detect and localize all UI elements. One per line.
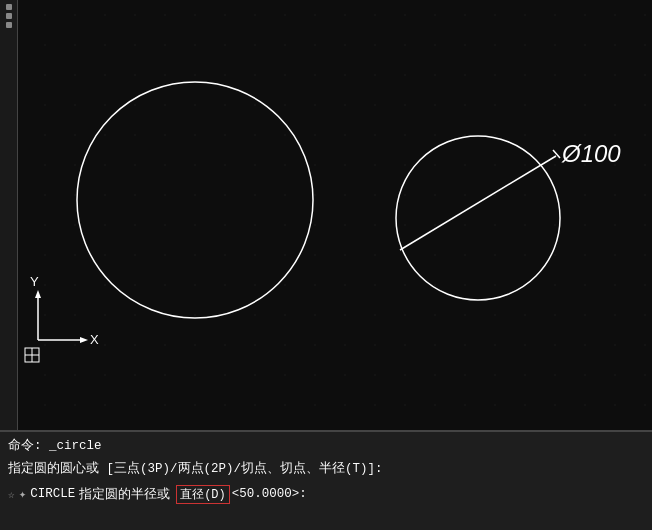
prompt-star: ✦ [19, 486, 27, 502]
origin-box [25, 348, 39, 362]
drawing-layer: Ø100 Y X [0, 0, 652, 430]
small-circle [396, 136, 560, 300]
command-line-2-text: 指定圆的圆心或 [三点(3P)/两点(2P)/切点、切点、半径(T)]: [8, 460, 383, 479]
left-toolbar [0, 0, 18, 430]
y-axis-arrow [35, 290, 41, 298]
x-axis-arrow [80, 337, 88, 343]
tool-icon-1 [6, 4, 12, 10]
command-prompt-line[interactable]: ☆ ✦ CIRCLE 指定圆的半径或 直径(D) <50.0000>: [0, 483, 652, 506]
cad-canvas[interactable]: Ø100 Y X [0, 0, 652, 430]
command-line-2: 指定圆的圆心或 [三点(3P)/两点(2P)/切点、切点、半径(T)]: [0, 456, 652, 483]
y-axis-label: Y [30, 274, 39, 289]
x-axis-label: X [90, 332, 99, 347]
dimension-label: Ø100 [561, 140, 621, 167]
prompt-text1: 指定圆的半径或 [79, 486, 170, 503]
command-line-1-text: 命令: _circle [8, 439, 102, 453]
prompt-bracket-text: 直径(D) [176, 485, 230, 504]
command-area: 命令: _circle 指定圆的圆心或 [三点(3P)/两点(2P)/切点、切点… [0, 430, 652, 530]
dimension-line [400, 156, 556, 250]
command-line-1: 命令: _circle [0, 432, 652, 456]
prompt-value: <50.0000>: [232, 487, 307, 501]
dim-tick [553, 150, 560, 158]
prompt-keyword: CIRCLE [30, 487, 75, 501]
large-circle [77, 82, 313, 318]
prompt-icon: ☆ [8, 488, 15, 501]
tool-icon-3 [6, 22, 12, 28]
tool-icon-2 [6, 13, 12, 19]
